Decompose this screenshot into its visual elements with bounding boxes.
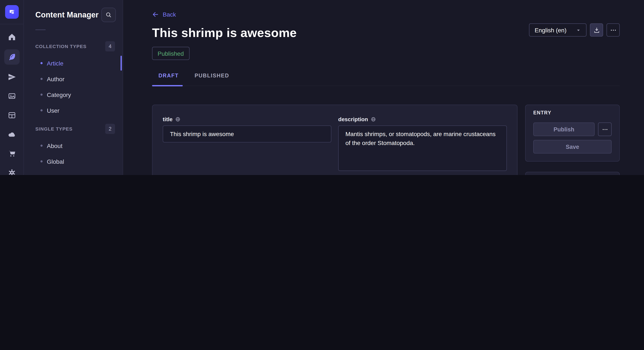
cart-icon[interactable] <box>8 149 16 158</box>
layout-icon[interactable] <box>8 111 16 120</box>
active-tab-indicator <box>152 85 183 86</box>
entry-actions: Publish <box>533 123 612 136</box>
title-field-label-row: title <box>163 116 331 123</box>
side-column: ENTRY Publish Save RELEASES Will be publ… <box>525 105 620 175</box>
back-link[interactable]: Back <box>152 11 176 18</box>
search-icon <box>105 11 112 18</box>
sidebar-item-article[interactable]: Article <box>24 55 123 71</box>
version-tabs: DRAFT PUBLISHED <box>123 71 644 86</box>
field-label: description <box>338 116 368 123</box>
collection-types-section: COLLECTION TYPES 4 Article Author Catego… <box>24 41 123 118</box>
entry-panel: ENTRY Publish Save <box>525 105 620 162</box>
bullet-icon <box>40 62 42 64</box>
description-textarea[interactable]: Mantis shrimps, or stomatopods, are mari… <box>338 126 507 171</box>
sidebar-item-label: About <box>47 142 62 149</box>
status-badge: Published <box>152 47 189 60</box>
field-label: title <box>163 116 172 123</box>
publish-button[interactable]: Publish <box>533 123 594 136</box>
more-options-button[interactable] <box>606 23 620 37</box>
settings-gear-icon[interactable] <box>8 169 16 175</box>
description-field: description Mantis shrimps, or stomatopo… <box>338 116 507 175</box>
download-icon <box>593 26 600 33</box>
sidebar-divider <box>35 29 46 30</box>
rail-icon-list <box>0 24 24 175</box>
locale-select[interactable]: English (en) <box>529 23 586 37</box>
sidebar-item-global[interactable]: Global <box>24 154 123 169</box>
collection-types-list: Article Author Category User <box>24 55 123 118</box>
single-types-list: About Global <box>24 138 123 169</box>
single-types-section: SINGLE TYPES 2 About Global <box>24 124 123 169</box>
app-window: KD Content Manager COLLECTION TYPES 4 Ar… <box>0 0 644 175</box>
sidebar-item-category[interactable]: Category <box>24 87 123 103</box>
content-manager-sidebar: Content Manager COLLECTION TYPES 4 Artic… <box>24 0 123 175</box>
single-types-head: SINGLE TYPES 2 <box>24 124 123 134</box>
home-icon[interactable] <box>8 33 16 41</box>
sidebar-item-label: Article <box>47 60 64 67</box>
back-label: Back <box>163 11 176 18</box>
bullet-icon <box>40 94 42 96</box>
content-row: title description Mantis shrimps, or sto… <box>123 86 644 175</box>
bullet-icon <box>40 145 42 147</box>
globe-icon <box>175 117 180 122</box>
sidebar-header: Content Manager <box>24 0 123 22</box>
search-button[interactable] <box>101 8 116 22</box>
page-header: Back This shrimp is awesome Published En… <box>123 0 644 60</box>
tab-draft[interactable]: DRAFT <box>152 73 185 79</box>
cloud-icon[interactable] <box>8 130 16 139</box>
sidebar-item-label: Category <box>47 91 71 98</box>
globe-icon <box>370 117 376 122</box>
strapi-logo-icon[interactable] <box>5 5 18 19</box>
collection-types-head: COLLECTION TYPES 4 <box>24 41 123 51</box>
bullet-icon <box>40 109 42 111</box>
sidebar-item-label: User <box>47 107 60 114</box>
logo-container <box>0 0 24 24</box>
sidebar-item-label: Global <box>47 158 64 165</box>
title-input[interactable] <box>163 126 331 143</box>
main-content: Back This shrimp is awesome Published En… <box>123 0 644 175</box>
title-field: title <box>163 116 331 175</box>
form-grid: title description Mantis shrimps, or sto… <box>163 116 507 175</box>
content-manager-icon[interactable] <box>4 49 20 65</box>
edit-form-card: title description Mantis shrimps, or sto… <box>152 105 518 175</box>
entry-panel-title: ENTRY <box>533 110 612 115</box>
ellipsis-icon <box>602 126 608 133</box>
bullet-icon <box>40 160 42 163</box>
sidebar-title: Content Manager <box>35 10 98 19</box>
header-actions: English (en) <box>529 23 620 37</box>
ellipsis-icon <box>610 26 616 33</box>
collection-types-count: 4 <box>105 41 115 51</box>
entry-more-button[interactable] <box>598 123 612 136</box>
sidebar-item-user[interactable]: User <box>24 103 123 118</box>
bullet-icon <box>40 78 42 80</box>
send-icon[interactable] <box>8 73 16 81</box>
tab-published[interactable]: PUBLISHED <box>188 73 236 79</box>
save-button[interactable]: Save <box>533 140 612 154</box>
locale-label: English (en) <box>535 26 566 33</box>
collection-types-label: COLLECTION TYPES <box>35 44 86 49</box>
arrow-left-icon <box>152 11 159 18</box>
single-types-label: SINGLE TYPES <box>35 126 72 131</box>
sidebar-item-about[interactable]: About <box>24 138 123 154</box>
description-field-label-row: description <box>338 116 507 123</box>
sidebar-item-author[interactable]: Author <box>24 71 123 87</box>
icon-rail: KD <box>0 0 24 175</box>
sidebar-item-label: Author <box>47 75 64 82</box>
media-library-icon[interactable] <box>8 92 16 100</box>
releases-panel: RELEASES Will be published in Spring Sum… <box>525 172 620 175</box>
single-types-count: 2 <box>105 124 115 134</box>
export-button[interactable] <box>590 23 603 37</box>
chevron-down-icon <box>576 27 581 32</box>
